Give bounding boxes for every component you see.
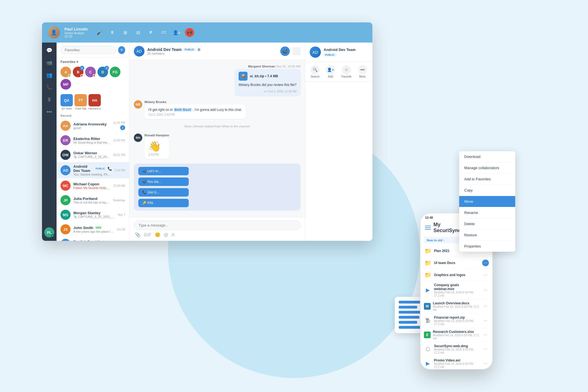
message-bubble: I'll get right on in Beth Basil . I'm go… [144, 104, 246, 119]
file-list-item[interactable]: E Research Customers.xlsx Modified Feb 1… [424, 328, 489, 342]
file-more-button[interactable]: ··· [482, 303, 489, 309]
file-more-button[interactable]: ··· [482, 360, 489, 367]
info-favorite-action[interactable]: ☆ Favorite [341, 65, 351, 78]
attach-button[interactable]: 📎 [135, 232, 141, 237]
group-harward[interactable]: HA Harward AI [88, 94, 101, 110]
at-button[interactable]: @ [164, 232, 168, 237]
contact-item-active[interactable]: AD Android Dev Team PUBLIC 📞 You: Starte… [57, 162, 129, 178]
user-avatar-sidebar[interactable]: PL [44, 227, 54, 237]
file-name: Launch Overview.docx [433, 301, 480, 305]
pause-button[interactable]: ⏸ [108, 28, 117, 37]
doc-line-1 [399, 301, 422, 304]
contact-time: Yesterday [113, 199, 125, 202]
file-more-button[interactable]: ··· [482, 287, 489, 293]
screen-share-button[interactable]: ⊟ [134, 28, 143, 37]
gif-button[interactable]: GIF [144, 232, 151, 237]
join-button[interactable]: 📞 Join b... [138, 188, 189, 197]
info-more-action[interactable]: ••• More [358, 65, 367, 78]
group-qa[interactable]: QA QA Team [60, 94, 73, 110]
file-name: Research Customers.xlsx [433, 330, 480, 334]
fav-avatar-6[interactable]: MP [60, 79, 71, 90]
search-label: Search [311, 75, 320, 78]
file-meta: Modified Feb 19, 2020 9:33 PM, 17.2 mb [434, 362, 480, 368]
file-list-item[interactable]: ▶ Company goals webinar.mov Modified Feb… [424, 281, 489, 299]
file-name: Financial report.zip [434, 316, 480, 319]
file-list-item[interactable]: W Launch Overview.docx Modified Feb 19, … [424, 299, 489, 314]
sender-name: Ronald Hampton [144, 134, 169, 137]
message-time: 2:43 PM [148, 153, 165, 156]
contact-item[interactable]: MC Michael Copon Failed: My favorite Hol… [57, 178, 129, 193]
context-menu-copy[interactable]: Copy [459, 185, 515, 196]
expand-button[interactable] [293, 47, 300, 55]
contact-item[interactable]: OW Oskar Werner 📎 CAPTURE_2_19_2021, 10_… [57, 148, 129, 162]
chat-channel-name: Android Dev Team PUBLIC ☆ [147, 47, 277, 52]
p-button[interactable]: P [146, 28, 155, 37]
contact-avatar: ER [60, 135, 71, 145]
context-menu-move[interactable]: Move [459, 196, 515, 207]
info-search-action[interactable]: 🔍 Search [311, 65, 319, 78]
mic-button[interactable]: 🎤 [95, 28, 104, 37]
context-menu-add-favorites[interactable]: Add to Favorites [459, 174, 515, 185]
you-started-button[interactable]: 📹 You sta... [138, 178, 189, 186]
lets-meet-button[interactable]: 📹 Let's m... [138, 167, 189, 175]
file-more-button[interactable]: ··· [482, 272, 489, 278]
recent-label: Recent [57, 113, 129, 118]
sidebar-icon-chat[interactable]: 💬 [44, 45, 54, 55]
message-input-bar: 📎 GIF 🙂 @ A [129, 217, 305, 241]
message-input[interactable] [134, 221, 300, 230]
sidebar-icon-phone[interactable]: 📞 [44, 82, 54, 92]
add-contact-button[interactable]: + [118, 46, 125, 54]
message-group: Margaret Sherman Sep 25, 10:45 AM 📦 ui_k… [134, 65, 300, 96]
file-list-item[interactable]: ▶ Promo Video.avi Modified Feb 19, 2020 … [424, 356, 489, 370]
sidebar-icon-more[interactable]: ••• [44, 107, 54, 117]
star-icon[interactable]: ☆ [197, 47, 201, 52]
fav-avatar-4[interactable]: D 2 [97, 67, 108, 77]
fav-avatar-1[interactable]: A [60, 67, 71, 77]
fav-avatar-5[interactable]: FG [110, 67, 120, 77]
hamburger-icon[interactable] [425, 226, 431, 230]
contact-name: Adriana Aronovsky [73, 122, 110, 126]
contact-message: A few years ago the place I was rentin..… [73, 230, 114, 233]
doc-line-6 [399, 326, 422, 329]
end-call-button[interactable]: 📵 [185, 28, 194, 37]
group-trash[interactable]: TT Trash Talk [74, 94, 87, 110]
file-icon: 📦 [239, 72, 248, 81]
file-list-item[interactable]: 📁 UI team Docs ··· [424, 257, 489, 269]
file-more-button[interactable]: ··· [482, 332, 489, 338]
contact-item[interactable]: EB English Breakfast Club PUBLIC [57, 237, 129, 241]
contact-item[interactable]: AA Adriana Aronovsky good! 11:45 PM 2 [57, 118, 129, 133]
context-menu-properties[interactable]: Properties [459, 241, 515, 252]
fav-avatar-3[interactable]: C [85, 67, 96, 77]
info-add-action[interactable]: 👤+ Add [326, 65, 335, 78]
contact-avatar: EB [60, 239, 71, 241]
contact-item[interactable]: MS Morgan Stanley 📎 CAPTURE_3_25_2021_11… [57, 207, 129, 222]
contact-item[interactable]: ER Ekaterina Ritter Hi! Good thing is th… [57, 133, 129, 148]
sidebar-icon-contacts[interactable]: 👥 [44, 70, 54, 80]
sidebar-icon-voicemail[interactable]: 🎙 [44, 95, 54, 105]
contact-avatar: JS [60, 224, 71, 234]
file-list-item[interactable]: ⬡ SecuriSync-web.dmg Modified Feb 19, 20… [424, 342, 489, 356]
add-person-button[interactable]: 👤+ [172, 28, 181, 37]
context-menu-restore[interactable]: Restore [459, 230, 515, 241]
contact-item[interactable]: JS John Smith SMS A few years ago the pl… [57, 222, 129, 237]
video-call-button[interactable]: 📹 [280, 46, 290, 56]
sidebar-icon-video[interactable]: 📹 [44, 58, 54, 68]
context-menu-download[interactable]: Download [459, 151, 515, 162]
search-input[interactable] [60, 46, 116, 54]
pin-button[interactable]: 🔑 PIN [138, 199, 189, 207]
fav-avatar-2[interactable]: B 2 [73, 67, 83, 77]
context-menu-manage-collaborators[interactable]: Manage collaborators [459, 162, 515, 174]
file-list-item[interactable]: 🗜 Financial report.zip Modified Feb 19, … [424, 314, 489, 328]
file-more-button-active[interactable]: ··· [482, 260, 489, 266]
file-more-button[interactable]: ··· [482, 318, 489, 324]
emoji-button[interactable]: 🙂 [155, 232, 160, 237]
file-list-item[interactable]: 📁 Graphics and logos ··· [424, 269, 489, 281]
cc-button[interactable]: CC [159, 28, 168, 37]
context-menu-delete[interactable]: Delete [459, 218, 515, 230]
format-button[interactable]: A [172, 232, 175, 237]
contact-item[interactable]: JP Julia Portland This is not the law of… [57, 193, 129, 207]
file-more-button[interactable]: ··· [482, 346, 489, 352]
grid-button[interactable]: ⊞ [121, 28, 130, 37]
context-menu-rename[interactable]: Rename [459, 207, 515, 218]
online-indicator [51, 234, 54, 237]
